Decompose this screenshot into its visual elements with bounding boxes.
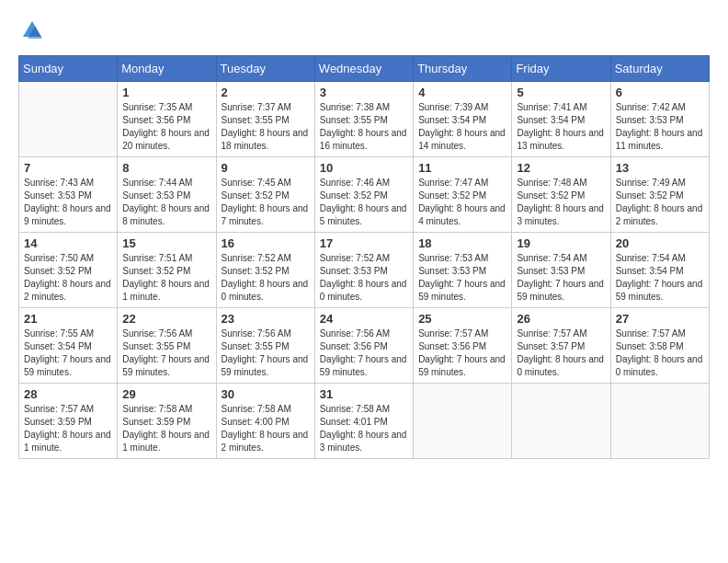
day-number: 28 [24,387,112,401]
day-header-monday: Monday [118,56,216,82]
calendar-cell: 27Sunrise: 7:57 AM Sunset: 3:58 PM Dayli… [610,308,709,384]
day-number: 31 [320,387,408,401]
day-number: 22 [122,312,210,326]
day-info: Sunrise: 7:51 AM Sunset: 3:52 PM Dayligh… [122,252,210,304]
day-info: Sunrise: 7:58 AM Sunset: 4:00 PM Dayligh… [222,403,310,454]
day-info: Sunrise: 7:57 AM Sunset: 3:59 PM Dayligh… [24,403,112,454]
day-header-tuesday: Tuesday [216,56,314,82]
day-number: 20 [616,236,704,250]
calendar-cell: 15Sunrise: 7:51 AM Sunset: 3:52 PM Dayli… [118,233,216,308]
calendar-cell [19,82,118,157]
calendar-cell: 16Sunrise: 7:52 AM Sunset: 3:52 PM Dayli… [216,233,314,308]
day-number: 12 [517,161,605,175]
day-number: 11 [418,161,506,175]
day-info: Sunrise: 7:43 AM Sunset: 3:53 PM Dayligh… [24,177,112,228]
day-number: 27 [616,312,704,326]
day-number: 2 [222,86,310,99]
day-number: 14 [24,236,112,250]
calendar-cell: 21Sunrise: 7:55 AM Sunset: 3:54 PM Dayli… [19,308,118,384]
day-info: Sunrise: 7:49 AM Sunset: 3:52 PM Dayligh… [616,177,704,228]
day-info: Sunrise: 7:35 AM Sunset: 3:56 PM Dayligh… [122,101,210,153]
day-info: Sunrise: 7:57 AM Sunset: 3:56 PM Dayligh… [418,327,506,379]
calendar-cell: 20Sunrise: 7:54 AM Sunset: 3:54 PM Dayli… [610,233,709,308]
day-number: 18 [418,236,506,250]
calendar-header-row: SundayMondayTuesdayWednesdayThursdayFrid… [19,56,710,82]
day-number: 25 [418,312,506,326]
calendar-cell: 5Sunrise: 7:41 AM Sunset: 3:54 PM Daylig… [512,82,610,157]
calendar-cell: 25Sunrise: 7:57 AM Sunset: 3:56 PM Dayli… [414,308,512,384]
calendar-cell: 14Sunrise: 7:50 AM Sunset: 3:52 PM Dayli… [19,233,118,308]
day-header-sunday: Sunday [19,56,118,82]
calendar-week-row: 21Sunrise: 7:55 AM Sunset: 3:54 PM Dayli… [19,308,710,384]
day-number: 7 [24,161,112,175]
calendar-cell: 12Sunrise: 7:48 AM Sunset: 3:52 PM Dayli… [512,157,610,233]
day-info: Sunrise: 7:57 AM Sunset: 3:58 PM Dayligh… [616,327,704,379]
calendar-cell: 11Sunrise: 7:47 AM Sunset: 3:52 PM Dayli… [414,157,512,233]
calendar-cell: 28Sunrise: 7:57 AM Sunset: 3:59 PM Dayli… [19,384,118,459]
calendar-cell: 13Sunrise: 7:49 AM Sunset: 3:52 PM Dayli… [610,157,709,233]
day-info: Sunrise: 7:55 AM Sunset: 3:54 PM Dayligh… [24,327,112,379]
calendar-cell: 17Sunrise: 7:52 AM Sunset: 3:53 PM Dayli… [314,233,413,308]
day-info: Sunrise: 7:45 AM Sunset: 3:52 PM Dayligh… [222,177,310,228]
day-number: 29 [122,387,210,401]
day-number: 21 [24,312,112,326]
calendar-cell [610,384,709,459]
calendar-cell: 10Sunrise: 7:46 AM Sunset: 3:52 PM Dayli… [314,157,413,233]
day-info: Sunrise: 7:53 AM Sunset: 3:53 PM Dayligh… [418,252,506,304]
calendar-cell: 6Sunrise: 7:42 AM Sunset: 3:53 PM Daylig… [610,82,709,157]
day-number: 8 [122,161,210,175]
calendar-cell [512,384,610,459]
calendar-cell: 24Sunrise: 7:56 AM Sunset: 3:56 PM Dayli… [314,308,413,384]
calendar-cell [414,384,512,459]
day-info: Sunrise: 7:46 AM Sunset: 3:52 PM Dayligh… [320,177,408,228]
calendar-cell: 29Sunrise: 7:58 AM Sunset: 3:59 PM Dayli… [118,384,216,459]
day-header-saturday: Saturday [610,56,709,82]
day-number: 24 [320,312,408,326]
day-info: Sunrise: 7:56 AM Sunset: 3:55 PM Dayligh… [222,327,310,379]
day-number: 16 [222,236,310,250]
day-number: 6 [616,86,704,99]
day-info: Sunrise: 7:52 AM Sunset: 3:52 PM Dayligh… [222,252,310,304]
calendar-cell: 26Sunrise: 7:57 AM Sunset: 3:57 PM Dayli… [512,308,610,384]
calendar-cell: 8Sunrise: 7:44 AM Sunset: 3:53 PM Daylig… [118,157,216,233]
day-number: 19 [517,236,605,250]
calendar-week-row: 14Sunrise: 7:50 AM Sunset: 3:52 PM Dayli… [19,233,710,308]
calendar-cell: 22Sunrise: 7:56 AM Sunset: 3:55 PM Dayli… [118,308,216,384]
day-info: Sunrise: 7:54 AM Sunset: 3:53 PM Dayligh… [517,252,605,304]
day-info: Sunrise: 7:39 AM Sunset: 3:54 PM Dayligh… [418,101,506,153]
day-info: Sunrise: 7:38 AM Sunset: 3:55 PM Dayligh… [320,101,408,153]
day-number: 23 [222,312,310,326]
calendar-cell: 2Sunrise: 7:37 AM Sunset: 3:55 PM Daylig… [216,82,314,157]
logo-icon [18,18,46,46]
day-number: 5 [517,86,605,99]
day-header-friday: Friday [512,56,610,82]
day-number: 1 [122,86,210,99]
page-header [18,18,710,46]
calendar-cell: 7Sunrise: 7:43 AM Sunset: 3:53 PM Daylig… [19,157,118,233]
calendar-cell: 3Sunrise: 7:38 AM Sunset: 3:55 PM Daylig… [314,82,413,157]
day-info: Sunrise: 7:58 AM Sunset: 4:01 PM Dayligh… [320,403,408,454]
day-info: Sunrise: 7:42 AM Sunset: 3:53 PM Dayligh… [616,101,704,153]
day-info: Sunrise: 7:54 AM Sunset: 3:54 PM Dayligh… [616,252,704,304]
calendar-cell: 19Sunrise: 7:54 AM Sunset: 3:53 PM Dayli… [512,233,610,308]
day-info: Sunrise: 7:47 AM Sunset: 3:52 PM Dayligh… [418,177,506,228]
day-number: 17 [320,236,408,250]
calendar-cell: 9Sunrise: 7:45 AM Sunset: 3:52 PM Daylig… [216,157,314,233]
calendar-week-row: 28Sunrise: 7:57 AM Sunset: 3:59 PM Dayli… [19,384,710,459]
day-number: 3 [320,86,408,99]
day-info: Sunrise: 7:44 AM Sunset: 3:53 PM Dayligh… [122,177,210,228]
day-info: Sunrise: 7:56 AM Sunset: 3:55 PM Dayligh… [122,327,210,379]
calendar-cell: 18Sunrise: 7:53 AM Sunset: 3:53 PM Dayli… [414,233,512,308]
day-info: Sunrise: 7:48 AM Sunset: 3:52 PM Dayligh… [517,177,605,228]
day-number: 13 [616,161,704,175]
day-info: Sunrise: 7:52 AM Sunset: 3:53 PM Dayligh… [320,252,408,304]
day-info: Sunrise: 7:41 AM Sunset: 3:54 PM Dayligh… [517,101,605,153]
calendar-cell: 23Sunrise: 7:56 AM Sunset: 3:55 PM Dayli… [216,308,314,384]
calendar-week-row: 1Sunrise: 7:35 AM Sunset: 3:56 PM Daylig… [19,82,710,157]
calendar-week-row: 7Sunrise: 7:43 AM Sunset: 3:53 PM Daylig… [19,157,710,233]
day-number: 9 [222,161,310,175]
day-info: Sunrise: 7:50 AM Sunset: 3:52 PM Dayligh… [24,252,112,304]
logo [18,18,50,46]
day-header-thursday: Thursday [414,56,512,82]
calendar-table: SundayMondayTuesdayWednesdayThursdayFrid… [18,55,710,459]
